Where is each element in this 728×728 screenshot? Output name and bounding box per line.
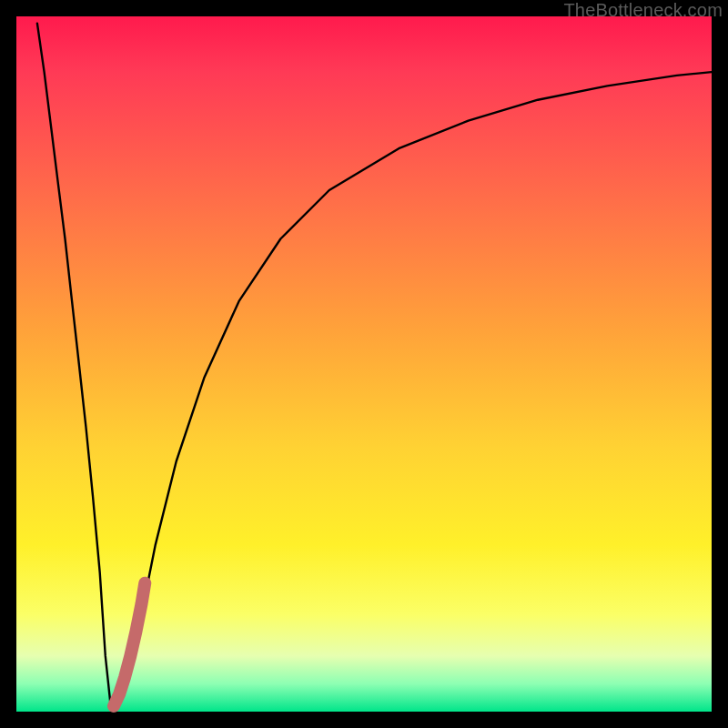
chart-svg — [16, 16, 712, 712]
plot-area — [16, 16, 712, 712]
watermark-text: TheBottleneck.com — [563, 0, 723, 21]
chart-frame: TheBottleneck.com — [0, 0, 728, 728]
highlight-segment — [114, 583, 145, 706]
